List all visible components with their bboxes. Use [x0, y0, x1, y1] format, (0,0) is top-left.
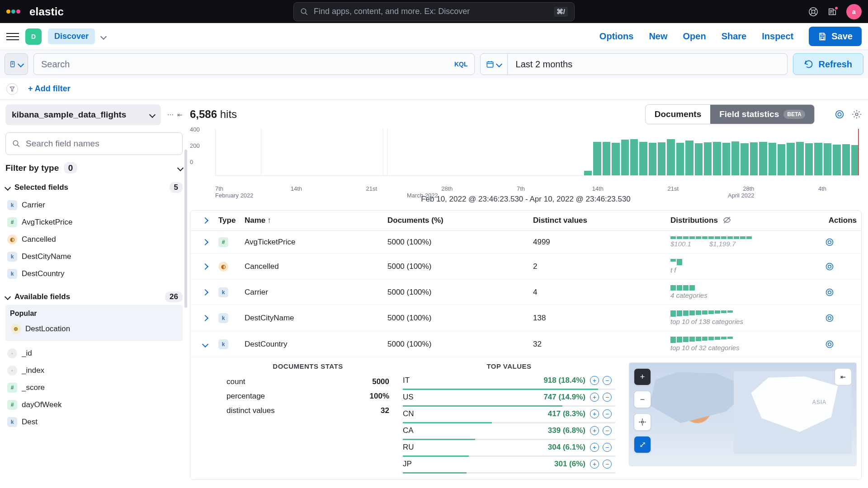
filter-out-button[interactable]: − — [603, 393, 612, 402]
field-item[interactable]: kDestCityName — [5, 248, 183, 265]
beta-badge: BETA — [783, 110, 805, 119]
filter-out-button[interactable]: − — [603, 409, 612, 418]
tab-documents[interactable]: Documents — [646, 105, 710, 124]
field-type-icon: k — [7, 269, 17, 279]
expand-row-button[interactable] — [195, 264, 216, 269]
filter-out-button[interactable]: − — [603, 376, 612, 385]
expand-row-button[interactable] — [195, 290, 216, 295]
save-label: Save — [831, 31, 853, 42]
histogram-x-axis: 7th14th21st 28th7th14th 21st28th4th — [215, 185, 859, 192]
calendar-button[interactable] — [481, 54, 508, 75]
top-value-row: CN 417 (8.3%) + − — [403, 408, 615, 425]
filter-for-button[interactable]: + — [590, 443, 599, 452]
nav-share[interactable]: Share — [722, 31, 747, 42]
global-search-input[interactable]: Find apps, content, and more. Ex: Discov… — [293, 2, 575, 21]
expand-row-button[interactable] — [195, 240, 216, 244]
gear-icon[interactable] — [852, 109, 862, 119]
svg-point-30 — [826, 314, 833, 321]
time-histogram[interactable]: 4002000 7th14th21st 28th7th14th 21st28th… — [190, 126, 862, 194]
filter-out-button[interactable]: − — [603, 443, 612, 452]
filter-options-icon[interactable] — [6, 83, 18, 95]
query-placeholder: Search — [41, 59, 70, 70]
explore-in-lens-button[interactable] — [825, 340, 857, 349]
date-picker[interactable]: Last 2 months — [480, 53, 788, 75]
available-fields-header[interactable]: Available fields 26 — [5, 291, 183, 302]
chevron-down-icon[interactable] — [100, 33, 107, 39]
expand-row-button[interactable] — [195, 342, 216, 347]
nav-options[interactable]: Options — [599, 31, 634, 42]
tab-field-statistics[interactable]: Field statistics BETA — [710, 105, 814, 124]
map-collapse-button[interactable]: ⇤ — [835, 368, 852, 385]
filter-for-button[interactable]: + — [590, 426, 599, 435]
help-icon[interactable] — [808, 7, 818, 17]
collapse-sidebar-icon[interactable]: ⇤ — [177, 111, 183, 118]
expand-all-toggle[interactable] — [195, 218, 216, 223]
map-fit-button[interactable] — [634, 413, 651, 431]
nav-inspect[interactable]: Inspect — [762, 31, 793, 42]
field-sort-icon[interactable]: ⋯ — [167, 111, 174, 118]
map-fullscreen-button[interactable]: ⤢ — [634, 436, 651, 453]
global-search-placeholder: Find apps, content, and more. Ex: Discov… — [314, 7, 548, 16]
filter-bar: + Add filter — [0, 78, 868, 100]
field-item[interactable]: ⊕DestLocation — [9, 320, 179, 338]
map-visualization[interactable]: ASIA + − ⤢ ⇤ — [629, 362, 857, 466]
field-item[interactable]: kDest — [5, 413, 183, 431]
filter-out-button[interactable]: − — [603, 460, 612, 469]
query-language-toggle[interactable]: KQL — [454, 61, 468, 68]
user-avatar[interactable]: a — [846, 4, 862, 19]
col-name[interactable]: Name↑ — [245, 216, 385, 225]
add-filter-button[interactable]: + Add filter — [28, 84, 71, 94]
field-sidebar: kibana_sample_data_flights ⋯ ⇤ Search fi… — [0, 100, 188, 488]
field-item[interactable]: kCarrier — [5, 197, 183, 214]
selected-fields-header[interactable]: Selected fields 5 — [5, 182, 183, 193]
field-type-icon: k — [7, 417, 17, 427]
field-type-icon: k — [218, 313, 228, 323]
sidebar-scrollbar[interactable] — [184, 150, 187, 308]
explore-in-lens-button[interactable] — [825, 262, 857, 271]
filter-for-button[interactable]: + — [590, 393, 599, 402]
filter-out-button[interactable]: − — [603, 426, 612, 435]
field-item[interactable]: ◦_index — [5, 362, 183, 379]
filter-for-button[interactable]: + — [590, 460, 599, 469]
filter-buttons: + − — [590, 460, 615, 469]
svg-rect-13 — [487, 62, 493, 67]
dataset-selector[interactable]: kibana_sample_data_flights — [5, 104, 161, 125]
chevron-down-icon — [496, 61, 502, 67]
explore-in-lens-button[interactable] — [825, 238, 857, 247]
map-zoom-in-button[interactable]: + — [634, 368, 651, 385]
save-button[interactable]: Save — [809, 27, 862, 46]
query-input[interactable]: Search KQL — [33, 53, 475, 75]
eye-off-icon[interactable] — [721, 216, 731, 225]
field-search-input[interactable]: Search field names — [5, 132, 183, 155]
nav-new[interactable]: New — [649, 31, 667, 42]
field-item[interactable]: ◦_id — [5, 345, 183, 362]
expand-row-button[interactable] — [195, 316, 216, 320]
svg-point-32 — [826, 341, 833, 347]
field-item[interactable]: ◐Cancelled — [5, 231, 183, 248]
nav-toggle-button[interactable] — [6, 33, 19, 40]
filter-for-button[interactable]: + — [590, 409, 599, 418]
dataview-toggle-button[interactable] — [5, 53, 28, 75]
explore-in-lens-button[interactable] — [825, 288, 857, 297]
svg-point-3 — [811, 10, 815, 13]
keyboard-shortcut-badge: ⌘/ — [554, 7, 568, 17]
refresh-button[interactable]: Refresh — [793, 53, 863, 75]
nav-open[interactable]: Open — [683, 31, 706, 42]
map-zoom-out-button[interactable]: − — [634, 391, 651, 408]
explore-in-lens-button[interactable] — [825, 314, 857, 323]
filter-by-type-toggle[interactable]: Filter by type 0 — [5, 163, 183, 173]
field-item[interactable]: #dayOfWeek — [5, 396, 183, 413]
app-header: D Discover Options New Open Share Inspec… — [0, 23, 868, 50]
svg-point-29 — [828, 291, 831, 294]
svg-line-7 — [815, 13, 816, 14]
app-name-pill[interactable]: Discover — [48, 28, 95, 44]
field-item[interactable]: kDestCountry — [5, 265, 183, 282]
newsfeed-icon[interactable] — [827, 7, 837, 17]
top-value-row: RU 304 (6.1%) + − — [403, 441, 615, 458]
global-header: elastic Find apps, content, and more. Ex… — [0, 0, 868, 23]
lens-icon[interactable] — [835, 109, 844, 119]
filter-for-button[interactable]: + — [590, 376, 599, 385]
field-item[interactable]: #AvgTicketPrice — [5, 214, 183, 231]
search-icon — [300, 8, 308, 16]
field-item[interactable]: #_score — [5, 379, 183, 396]
